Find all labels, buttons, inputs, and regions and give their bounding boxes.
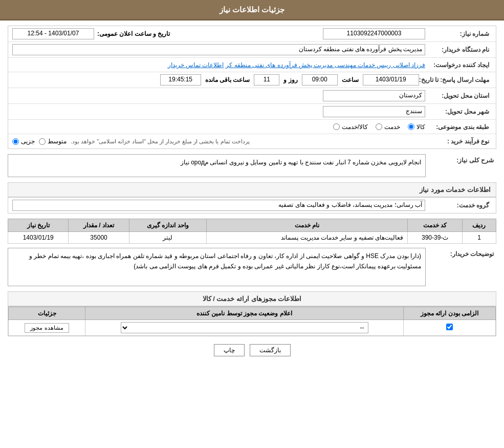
khedmatInfo-title: اطلاعات خدمات مورد نیاز: [8, 182, 496, 197]
baghimande-label: ساعت باقی مانده: [205, 76, 250, 83]
khedmat-section: گروه خدمت: آب رسانی؛ مدیریت پسماند، فاضل…: [8, 197, 496, 214]
col-vahed: واحد اندازه گیری: [129, 219, 207, 232]
mojavez-table-wrapper: الزامی بودن ارائه مجوز اعلام وضعیت مجوز …: [8, 306, 496, 336]
radio-kala-label: کالا: [417, 123, 425, 131]
baghimande-display: 19:45:15: [160, 74, 201, 86]
radio-kalaKhedmat-label: کالا/خدمت: [342, 123, 368, 131]
shahr-display: سنندج: [323, 106, 425, 117]
col-joziyat: جزئیات: [9, 307, 85, 320]
roz-display: 11: [254, 74, 279, 86]
col-kodKhedmat: کد خدمت: [408, 219, 463, 232]
khedmat-table: ردیف کد خدمت نام خدمت واحد اندازه گیری ت…: [8, 219, 496, 244]
cell-joziyat: مشاهده مجوز: [9, 320, 85, 336]
col-tedad: تعداد / مقدار: [69, 219, 129, 232]
mojavez-header-row: الزامی بودن ارائه مجوز اعلام وضعیت مجوز …: [9, 307, 496, 320]
row-ijadKonande: ایجاد کننده درخواست: فرزاد اصلانی رییس خ…: [8, 58, 496, 72]
value-ostan: کردستان: [12, 90, 425, 101]
tawzih-section: توضیحات خریدار: (دارا بودن مدرک HSE و گو…: [8, 248, 496, 286]
elzami-checkbox[interactable]: [446, 324, 453, 330]
tabaqe-radios: کالا/خدمت خدمت کالا: [333, 123, 425, 131]
ijadKonande-link2[interactable]: اطلاعات تماس خریدار: [168, 61, 224, 69]
label-tabaqe: طبقه بندی موضوعی:: [425, 123, 492, 131]
cell-namKhedmat: فعالیت‌های تصفیه و سایر خدمات مدیریت پسم…: [207, 232, 408, 244]
mojavez-row: -- مشاهده مجوز: [9, 320, 496, 336]
main-content: شماره نیاز: 1103092247000003 تاریخ و ساع…: [0, 20, 504, 372]
label-shomareNiaz: شماره نیاز:: [425, 30, 492, 37]
mojavez-table: الزامی بودن ارائه مجوز اعلام وضعیت مجوز …: [8, 307, 496, 336]
label-tarikheElan: تاریخ و ساعت اعلان عمومی:: [97, 30, 170, 37]
col-elzami: الزامی بودن ارائه مجوز: [404, 307, 496, 320]
row-namdastgah: نام دستگاه خریدار: مدیریت پخش فرآورده ها…: [8, 42, 496, 58]
row-ostan: استان محل تحویل: کردستان: [8, 88, 496, 104]
radio-kalaKhedmat-input[interactable]: [333, 123, 340, 130]
top-info-section: شماره نیاز: 1103092247000003 تاریخ و ساع…: [8, 26, 496, 149]
shomareNiaz-display: 1103092247000003: [323, 28, 425, 39]
label-sharh: شرح کلی نیاز:: [430, 154, 496, 164]
radio-motovaset: متوسط: [39, 138, 67, 145]
cell-tedad: 35000: [69, 232, 129, 244]
radio-khedmat-input[interactable]: [376, 123, 382, 130]
label-ijadKonande: ایجاد کننده درخواست:: [425, 61, 492, 69]
radio-khedmat-label: خدمت: [384, 123, 400, 131]
radio-kala: کالا: [408, 123, 425, 131]
row-noeFarayand: نوع فرآیند خرید : پرداخت تمام یا بخشی از…: [8, 134, 496, 148]
radio-motovaset-label: متوسط: [48, 138, 67, 145]
label-shahr: شهر محل تحویل:: [425, 108, 492, 115]
grohe-display: آب رسانی؛ مدیریت پسماند، فاضلاب و فعالیت…: [12, 200, 425, 211]
roz-label: روز و: [283, 76, 297, 83]
khedmat-table-section: ردیف کد خدمت نام خدمت واحد اندازه گیری ت…: [8, 219, 496, 244]
sharh-section: شرح کلی نیاز: انجام لایروبی مخزن شماره 7…: [8, 154, 496, 177]
noeFarayand-desc: پرداخت تمام یا بخشی از مبلغ خریدار از مح…: [71, 138, 250, 145]
label-ostan: استان محل تحویل:: [425, 92, 492, 99]
radio-kalaKhedmat: کالا/خدمت: [333, 123, 368, 131]
page-header: جزئیات اطلاعات نیاز: [0, 0, 504, 20]
cell-eelam: --: [85, 320, 404, 336]
ijadKonande-link[interactable]: فرزاد اصلانی رییس خدمات مهندسی مدیریت پخ…: [226, 61, 425, 69]
sharh-display: انجام لایروبی مخزن شماره 7 انبار نفت سنن…: [8, 154, 426, 177]
ostan-display: کردستان: [323, 90, 425, 101]
time-display: 09:00: [302, 74, 338, 86]
row-shahr: شهر محل تحویل: سنندج: [8, 104, 496, 120]
print-button[interactable]: چاپ: [214, 344, 245, 356]
date-display: 1403/01/19: [363, 74, 419, 86]
eelam-select[interactable]: --: [121, 322, 368, 333]
radio-jozi-input[interactable]: [12, 138, 19, 145]
label-mohlat: مهلت ارسال پاسخ: تا تاریخ:: [419, 76, 492, 83]
radio-motovaset-input[interactable]: [39, 138, 46, 145]
value-tabaqe: کالا/خدمت خدمت کالا: [12, 123, 425, 131]
radio-khedmat: خدمت: [376, 123, 400, 131]
tawzih-display: (دارا بودن مدرک HSE و گواهی صلاحیت ایمنی…: [8, 248, 426, 286]
cell-elzami: [404, 320, 496, 336]
value-grohe: آب رسانی؛ مدیریت پسماند، فاضلاب و فعالیت…: [12, 200, 425, 211]
tarikheElan-display: 1403/01/07 - 12:54: [12, 28, 94, 39]
row-mohlat: مهلت ارسال پاسخ: تا تاریخ: 1403/01/19 سا…: [8, 72, 496, 88]
value-mohlat: 1403/01/19 ساعت 09:00 روز و 11 ساعت باقی…: [12, 74, 419, 86]
footer-buttons: بازگشت چاپ: [8, 344, 496, 367]
col-radif: ردیف: [462, 219, 496, 232]
row-tabaqe: طبقه بندی موضوعی: کالا/خدمت خدمت کالا: [8, 120, 496, 134]
label-namdastgah: نام دستگاه خریدار:: [425, 46, 492, 53]
label-noeFarayand: نوع فرآیند خرید :: [425, 138, 492, 145]
value-noeFarayand: پرداخت تمام یا بخشی از مبلغ خریدار از مح…: [12, 138, 425, 145]
radio-jozi-label: جزیی: [21, 138, 35, 145]
value-shomareNiaz: 1103092247000003: [180, 28, 425, 39]
page-title: جزئیات اطلاعات نیاز: [220, 5, 284, 14]
back-button[interactable]: بازگشت: [250, 344, 291, 356]
col-eelam: اعلام وضعیت مجوز توسط نامین کننده: [85, 307, 404, 320]
value-ijadKonande: فرزاد اصلانی رییس خدمات مهندسی مدیریت پخ…: [12, 61, 425, 69]
process-row: پرداخت تمام یا بخشی از مبلغ خریدار از مح…: [12, 138, 250, 145]
value-namdastgah: مدیریت پخش فرآورده های نفتی منطقه کردستا…: [12, 44, 425, 55]
cell-tarikh: 1403/01/19: [8, 232, 69, 244]
radio-jozi: جزیی: [12, 138, 35, 145]
table-header-row: ردیف کد خدمت نام خدمت واحد اندازه گیری ت…: [8, 219, 496, 232]
radio-kala-input[interactable]: [408, 123, 414, 130]
cell-radif: 1: [462, 232, 496, 244]
page-wrapper: جزئیات اطلاعات نیاز شماره نیاز: 11030922…: [0, 0, 504, 448]
cell-kodKhedmat: ث-39-390: [408, 232, 463, 244]
view-permit-button[interactable]: مشاهده مجوز: [25, 323, 69, 333]
mojavez-title: اطلاعات مجوزهای ارائه خدمت / کالا: [8, 291, 496, 306]
row-shomareNiaz: شماره نیاز: 1103092247000003 تاریخ و ساع…: [8, 26, 496, 42]
label-grohe: گروه خدمت:: [425, 202, 492, 209]
time-label: ساعت: [342, 76, 359, 83]
col-tarikh: تاریخ نیاز: [8, 219, 69, 232]
